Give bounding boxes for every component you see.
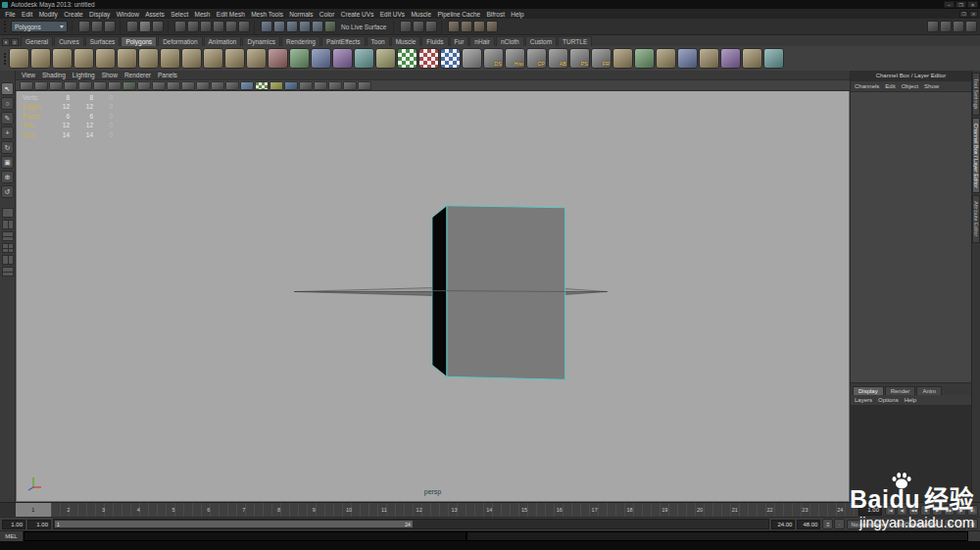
frame-tick[interactable]: 21: [717, 503, 753, 517]
shelf-tab[interactable]: Dynamics: [242, 36, 280, 46]
poly-plane-underside[interactable]: [294, 292, 432, 296]
shelf-tab[interactable]: Muscle: [391, 36, 421, 46]
frame-tick[interactable]: 8: [262, 503, 297, 517]
poly-helix-icon[interactable]: [203, 48, 223, 69]
panel-menu-item[interactable]: Show: [102, 72, 118, 78]
anim-layer-filter-icon[interactable]: ≡: [822, 519, 833, 529]
frame-tick[interactable]: 15: [507, 503, 542, 517]
script-editor-icon[interactable]: [968, 531, 980, 541]
gate-mask-icon[interactable]: [167, 81, 180, 90]
layer-editor-tab[interactable]: Display: [853, 386, 884, 395]
layer-editor-menu-item[interactable]: Layers: [855, 397, 872, 403]
safe-title-icon[interactable]: [211, 81, 224, 90]
poly-cylinder-icon[interactable]: [52, 48, 73, 69]
center-pivot-icon[interactable]: CP: [526, 48, 547, 69]
poly-cube-side-face[interactable]: [432, 206, 447, 377]
paint-transfer-weights-icon[interactable]: [462, 48, 482, 69]
frame-tick[interactable]: 6: [191, 503, 226, 517]
menu-item[interactable]: Create: [61, 11, 86, 18]
command-line-language-toggle[interactable]: MEL: [0, 531, 24, 541]
poly-pipe-icon[interactable]: [181, 48, 202, 69]
drag-handle[interactable]: [4, 53, 8, 65]
frame-tick[interactable]: 12: [402, 503, 437, 517]
show-manipulator-icon[interactable]: [927, 21, 939, 32]
select-deformations-mask-icon[interactable]: [225, 21, 237, 32]
lock-camera-icon[interactable]: [34, 81, 48, 90]
shelf-tab[interactable]: Toon: [367, 36, 390, 46]
xray-icon[interactable]: [343, 81, 357, 90]
panel-menu-item[interactable]: Lighting: [73, 72, 95, 78]
poly-cone-icon[interactable]: [74, 48, 94, 69]
shelf-tab[interactable]: Polygons: [121, 36, 157, 46]
time-slider-track[interactable]: 123456789101112131415161718192021222324: [16, 503, 858, 517]
shelf-tab[interactable]: nCloth: [496, 36, 524, 46]
quad-draw-icon[interactable]: [763, 48, 784, 69]
extract-icon[interactable]: [311, 48, 331, 69]
select-tool[interactable]: ↖: [1, 82, 14, 95]
menu-item[interactable]: Normals: [286, 11, 317, 18]
layer-editor-menu-item[interactable]: Help: [905, 397, 916, 403]
sidebar-vertical-tab[interactable]: Channel Box / Layer Editor: [972, 118, 980, 194]
layout-persp-outliner[interactable]: [2, 255, 14, 265]
shelf-tab[interactable]: TURTLE: [558, 36, 592, 46]
sidebar-vertical-tab[interactable]: Attribute Editor: [972, 195, 980, 242]
separate-icon[interactable]: [289, 48, 310, 69]
shelf-tab[interactable]: Animation: [204, 36, 242, 46]
menu-item[interactable]: Window: [114, 11, 143, 18]
frame-tick[interactable]: 20: [682, 503, 717, 517]
viewport-canvas[interactable]: [17, 91, 849, 501]
film-gate-icon[interactable]: [137, 81, 151, 90]
shelf-tab[interactable]: General: [21, 36, 53, 46]
safe-action-icon[interactable]: [196, 81, 210, 90]
move-tool[interactable]: +: [1, 126, 14, 139]
menu-item[interactable]: Display: [86, 11, 114, 18]
isolate-select-icon[interactable]: [358, 81, 371, 90]
layout-two-panes-stacked[interactable]: [2, 231, 14, 241]
playback-range-bar[interactable]: 1 24: [55, 521, 413, 527]
snap-to-projected-center-icon[interactable]: [299, 21, 311, 32]
shelf-tab[interactable]: PaintEffects: [321, 36, 366, 46]
layout-single-pane[interactable]: [2, 208, 14, 218]
split-polygon-icon[interactable]: [699, 48, 719, 69]
select-surfaces-mask-icon[interactable]: [213, 21, 224, 32]
channel-box-menu-item[interactable]: Edit: [885, 83, 895, 89]
menu-set-selector[interactable]: Polygons: [11, 21, 68, 32]
combine-icon[interactable]: [268, 48, 288, 69]
shaded-mode-icon[interactable]: [240, 81, 254, 90]
select-by-component-icon[interactable]: [152, 21, 164, 32]
playback-end-field[interactable]: 24.00: [771, 520, 795, 529]
image-plane-icon[interactable]: [78, 81, 92, 90]
insert-edge-loop-icon[interactable]: [720, 48, 741, 69]
assign-phong-icon[interactable]: PS: [569, 48, 590, 69]
booleans-difference-icon[interactable]: [354, 48, 374, 69]
frame-tick[interactable]: 23: [788, 503, 823, 517]
poly-plane-top[interactable]: [294, 288, 432, 292]
last-tool-used[interactable]: ↺: [1, 185, 14, 198]
ipr-render-icon[interactable]: [473, 21, 485, 32]
layout-two-panes-side-by-side[interactable]: [2, 220, 14, 229]
make-live-icon[interactable]: [324, 21, 336, 32]
bevel-icon[interactable]: [634, 48, 655, 69]
frame-tick[interactable]: 5: [156, 503, 191, 517]
poly-soccer-ball-icon[interactable]: [224, 48, 245, 69]
toggle-channel-box-icon[interactable]: [965, 21, 977, 32]
new-scene-icon[interactable]: [78, 21, 90, 32]
use-all-lights-icon[interactable]: [270, 81, 283, 90]
snap-to-point-icon[interactable]: [286, 21, 298, 32]
freeze-transform-icon[interactable]: FR: [591, 48, 612, 69]
open-scene-icon[interactable]: [91, 21, 103, 32]
poly-cube-front-face[interactable]: [447, 206, 565, 380]
booleans-intersection-icon[interactable]: [375, 48, 396, 69]
menu-item[interactable]: Create UVs: [338, 11, 377, 18]
menu-item[interactable]: Help: [508, 11, 527, 18]
panel-menu-item[interactable]: Shading: [42, 72, 66, 78]
render-current-frame-icon[interactable]: [461, 21, 472, 32]
select-handles-mask-icon[interactable]: [174, 21, 186, 32]
anim-layer-weight-icon[interactable]: ∙: [834, 519, 845, 529]
perspective-viewport[interactable]: Verts: 8 8 0 Edges: 12 12 0: [16, 91, 850, 502]
multisampling-icon[interactable]: [328, 81, 342, 90]
menu-item[interactable]: Edit UVs: [377, 11, 409, 18]
snap-to-curve-icon[interactable]: [273, 21, 285, 32]
frame-tick[interactable]: 14: [471, 503, 507, 517]
poly-plane-right-top[interactable]: [565, 289, 608, 292]
